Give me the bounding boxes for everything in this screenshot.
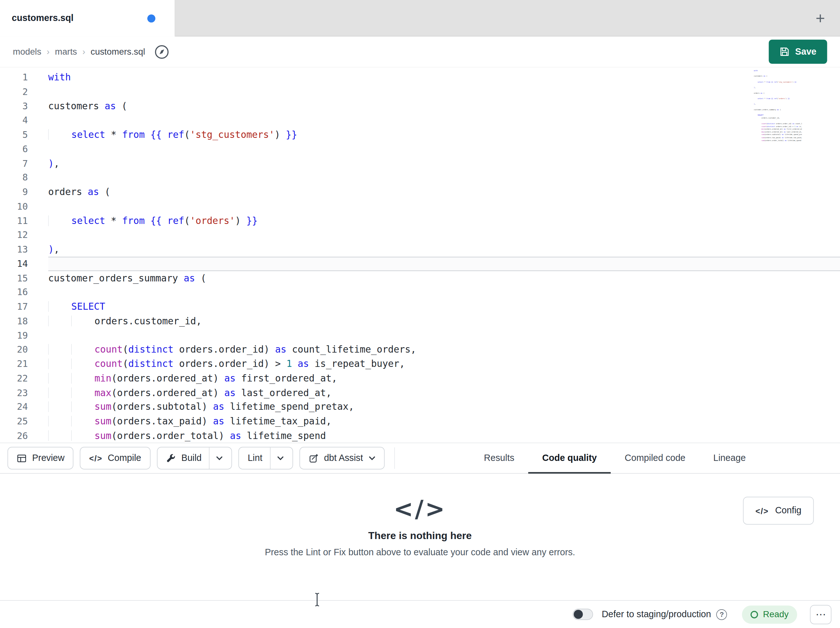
line-number: 13	[0, 242, 28, 256]
minimap[interactable]: withcustomers as ( select * from {{ ref(…	[754, 70, 802, 147]
build-button[interactable]: Build	[156, 447, 232, 470]
line-number: 7	[0, 156, 28, 171]
code-line[interactable]: min(orders.ordered_at) as first_ordered_…	[48, 371, 840, 386]
preview-button[interactable]: Preview	[8, 447, 74, 470]
tab-lineage[interactable]: Lineage	[699, 443, 759, 473]
minimap-line: SELECT	[754, 114, 802, 117]
empty-state-title: There is nothing here	[0, 530, 840, 542]
minimap-line: orders.customer_id,	[754, 117, 802, 120]
code-line[interactable]: ),	[48, 156, 840, 171]
code-line[interactable]	[48, 228, 840, 242]
ready-status-badge[interactable]: Ready	[742, 605, 797, 623]
minimap-line: count(distinct orders.order_id) as count…	[754, 123, 802, 125]
line-number: 18	[0, 314, 28, 328]
code-line[interactable]: orders as (	[48, 185, 840, 199]
editor-toolbar: Preview </> Compile Build Lint	[0, 443, 840, 474]
unsaved-indicator-dot	[147, 14, 155, 22]
line-number: 8	[0, 171, 28, 185]
line-number: 26	[0, 429, 28, 443]
code-line[interactable]	[48, 171, 840, 185]
code-line[interactable]: orders.customer_id,	[48, 314, 840, 328]
minimap-line: sum(orders.tax_paid) as lifetime_tax_pai…	[754, 136, 802, 139]
config-button-label: Config	[775, 505, 802, 516]
compile-button[interactable]: </> Compile	[80, 447, 150, 470]
code-line[interactable]: sum(orders.subtotal) as lifetime_spend_p…	[48, 400, 840, 414]
save-button[interactable]: Save	[769, 40, 827, 64]
code-line[interactable]	[48, 113, 840, 127]
breadcrumb-separator: ›	[47, 47, 49, 57]
code-editor[interactable]: 1234567891011121314151617181920212223242…	[0, 68, 840, 443]
code-area[interactable]: withcustomers as ( select * from {{ ref(…	[41, 70, 840, 443]
tab-code-quality[interactable]: Code quality	[528, 443, 611, 473]
line-number: 25	[0, 414, 28, 429]
minimap-line	[754, 78, 802, 81]
defer-toggle[interactable]	[573, 609, 593, 620]
lint-button-label: Lint	[248, 452, 262, 463]
tab-results[interactable]: Results	[470, 443, 528, 473]
code-line[interactable]: sum(orders.order_total) as lifetime_spen…	[48, 429, 840, 443]
code-line[interactable]	[48, 285, 840, 299]
code-line[interactable]	[48, 84, 840, 99]
code-line[interactable]	[48, 142, 840, 156]
chevron-down-icon	[216, 456, 223, 460]
line-number: 17	[0, 299, 28, 314]
line-number: 16	[0, 285, 28, 299]
minimap-line: sum(orders.order_total) as lifetime_spen…	[754, 139, 802, 142]
line-number: 5	[0, 127, 28, 142]
minimap-line: min(orders.ordered_at) as first_ordered_…	[754, 128, 802, 131]
code-line[interactable]: select * from {{ ref('orders') }}	[48, 214, 840, 228]
new-tab-button[interactable]: +	[816, 10, 825, 26]
line-number: 11	[0, 214, 28, 228]
code-line[interactable]: count(distinct orders.order_id) as count…	[48, 342, 840, 357]
minimap-line: ),	[754, 86, 802, 89]
code-line[interactable]: with	[48, 70, 840, 84]
minimap-line: select * from {{ ref('stg_customers') }}	[754, 81, 802, 84]
code-line[interactable]: ),	[48, 242, 840, 256]
ready-label: Ready	[763, 609, 789, 619]
code-line[interactable]: sum(orders.tax_paid) as lifetime_tax_pai…	[48, 414, 840, 429]
editor-tab-customers-sql[interactable]: customers.sql	[0, 0, 175, 36]
minimap-line	[754, 100, 802, 103]
preview-button-label: Preview	[32, 452, 65, 463]
code-line[interactable]	[48, 199, 840, 214]
code-line[interactable]: customers as (	[48, 99, 840, 113]
line-number: 15	[0, 271, 28, 285]
line-number: 24	[0, 400, 28, 414]
tab-compiled-code[interactable]: Compiled code	[611, 443, 699, 473]
dbt-assist-button[interactable]: dbt Assist	[300, 447, 385, 470]
minimap-line: count(distinct orders.order_id) > 1 as i…	[754, 125, 802, 128]
line-number: 12	[0, 228, 28, 242]
file-options-icon[interactable]	[154, 44, 170, 60]
code-line[interactable]: max(orders.ordered_at) as last_ordered_a…	[48, 386, 840, 400]
minimap-line	[754, 111, 802, 114]
minimap-line	[754, 89, 802, 92]
line-number: 1	[0, 70, 28, 84]
code-line[interactable]: select * from {{ ref('stg_customers') }}	[48, 127, 840, 142]
code-line[interactable]: count(distinct orders.order_id) > 1 as i…	[48, 357, 840, 371]
breadcrumb-separator: ›	[82, 47, 85, 57]
code-line[interactable]: customer_orders_summary as (	[48, 271, 840, 285]
breadcrumb-item-marts[interactable]: marts	[55, 47, 77, 57]
code-icon: </>	[756, 506, 769, 515]
minimap-line	[754, 95, 802, 98]
status-bar: Defer to staging/production ? Ready ⋯	[0, 600, 840, 628]
line-number: 6	[0, 142, 28, 156]
help-icon[interactable]: ?	[717, 609, 727, 620]
text-cursor	[313, 593, 321, 607]
line-number: 19	[0, 328, 28, 342]
code-line[interactable]: SELECT	[48, 299, 840, 314]
build-dropdown-button[interactable]	[209, 448, 223, 469]
lint-dropdown-button[interactable]	[270, 448, 284, 469]
lint-button[interactable]: Lint	[238, 447, 293, 470]
breadcrumb-item-models[interactable]: models	[13, 47, 41, 57]
config-button[interactable]: </> Config	[743, 497, 814, 525]
line-number: 4	[0, 113, 28, 127]
table-icon	[16, 453, 27, 463]
more-options-button[interactable]: ⋯	[810, 605, 831, 624]
code-line[interactable]	[48, 257, 840, 271]
minimap-line: customer_orders_summary as (	[754, 109, 802, 111]
minimap-line: ),	[754, 103, 802, 106]
line-number: 2	[0, 84, 28, 99]
line-number: 9	[0, 185, 28, 199]
code-line[interactable]	[48, 328, 840, 342]
